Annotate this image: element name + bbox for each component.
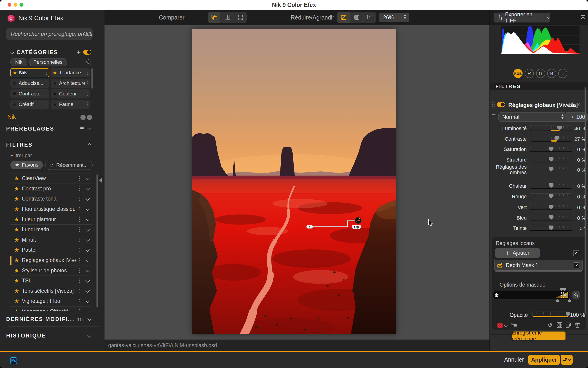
star-icon[interactable]: ★ xyxy=(14,288,22,294)
filter-row[interactable]: ★Lueur glamour⋮ xyxy=(10,214,91,225)
categories-collapse-icon[interactable] xyxy=(10,50,14,54)
star-icon[interactable]: ★ xyxy=(12,91,19,97)
filter-expand-icon[interactable] xyxy=(84,207,91,211)
slider-thumb[interactable] xyxy=(549,183,554,188)
filter-menu-icon[interactable]: ⋮ xyxy=(76,288,84,294)
star-icon[interactable]: ★ xyxy=(13,70,19,76)
compare-single-button[interactable] xyxy=(208,12,221,23)
filter-expand-icon[interactable] xyxy=(84,228,91,232)
local-adjustments-checkbox[interactable]: ✓ xyxy=(573,250,579,256)
slider-thumb[interactable] xyxy=(549,205,554,209)
slider-thumb[interactable] xyxy=(549,194,554,198)
filter-menu-icon[interactable]: ⋮ xyxy=(76,247,84,253)
cancel-button[interactable]: Annuler xyxy=(504,356,524,363)
export-button[interactable]: Exporter en TIFF xyxy=(494,13,550,22)
depth-far-handle[interactable] xyxy=(563,288,566,291)
filter-expand-icon[interactable] xyxy=(84,310,91,311)
depth-mask-checkbox[interactable]: ✓ xyxy=(574,262,580,268)
channel-r-button[interactable]: R xyxy=(525,69,534,78)
category-menu-icon[interactable]: ⋮ xyxy=(44,70,47,76)
slider-thumb[interactable] xyxy=(549,167,554,172)
filter-menu-icon[interactable]: ⋮ xyxy=(76,196,84,202)
mask-reset-icon[interactable]: ↺ xyxy=(547,322,553,329)
last-edits-collapse-icon[interactable] xyxy=(87,317,91,321)
tab-personnelles[interactable]: Personnelles xyxy=(29,58,67,66)
star-icon[interactable]: ★ xyxy=(14,308,22,311)
category-chip[interactable]: ★Couleur⋮ xyxy=(51,89,90,98)
slider-track[interactable] xyxy=(530,136,572,142)
history-collapse-icon[interactable] xyxy=(87,333,91,337)
delete-mask-icon[interactable] xyxy=(574,322,580,328)
filter-row[interactable]: ★Vignetage : Flou⋮ xyxy=(10,296,91,306)
slider-track[interactable] xyxy=(530,125,572,131)
channel-l-button[interactable]: L xyxy=(558,69,567,78)
star-icon[interactable]: ★ xyxy=(14,226,22,233)
channel-b-button[interactable]: B xyxy=(547,69,556,78)
slider-track[interactable] xyxy=(530,146,572,152)
zoom-fit-button[interactable] xyxy=(337,12,350,23)
favorite-star-icon[interactable] xyxy=(86,59,92,65)
duplicate-mask-icon[interactable] xyxy=(565,322,571,328)
zoom-stepper-icon[interactable] xyxy=(404,14,406,19)
filter-row[interactable]: ★TSL⋮ xyxy=(10,276,91,286)
filter-expand-icon[interactable] xyxy=(84,238,91,242)
filter-row[interactable]: ★Minuit⋮ xyxy=(10,235,91,245)
favorites-filter-chip[interactable]: ★Favoris xyxy=(10,161,43,169)
collapse-panel-icon[interactable] xyxy=(580,14,586,20)
save-preset-button[interactable]: Enregistrer le préréglage xyxy=(512,331,566,340)
filter-menu-icon[interactable]: ⋮ xyxy=(76,206,84,212)
right-panel-scrollbar[interactable] xyxy=(585,87,586,314)
filter-menu-icon[interactable]: ⋮ xyxy=(76,278,84,284)
apply-button[interactable]: Appliquer xyxy=(528,355,560,365)
add-local-adjustment-button[interactable]: + Ajouter xyxy=(495,248,540,258)
filter-row[interactable]: ★Contraste tonal⋮ xyxy=(10,194,91,204)
filter-expand-icon[interactable] xyxy=(84,217,91,221)
mask-list-icon[interactable] xyxy=(511,322,518,328)
filter-menu-icon[interactable]: ⋮ xyxy=(76,216,84,222)
recent-filter-chip[interactable]: ↺Récemment... xyxy=(45,161,93,170)
category-next-button[interactable]: → xyxy=(87,115,92,120)
star-icon[interactable]: ★ xyxy=(53,101,59,107)
filter-row[interactable]: ★Réglages globaux [Viveza]⋮ xyxy=(10,255,91,266)
slider-track[interactable] xyxy=(530,225,572,231)
category-menu-icon[interactable]: ⋮ xyxy=(85,80,88,86)
star-icon[interactable]: ★ xyxy=(53,91,59,97)
category-menu-icon[interactable]: ⋮ xyxy=(44,80,48,86)
categories-toggle[interactable] xyxy=(83,50,91,55)
filter-expand-icon[interactable] xyxy=(84,299,91,303)
blend-opacity-chip[interactable]: ◐ 100 xyxy=(565,112,588,122)
category-menu-icon[interactable]: ⋮ xyxy=(85,101,88,107)
presets-collapse-icon[interactable] xyxy=(87,126,91,130)
filter-row[interactable]: ★ClearView⋮ xyxy=(10,174,91,184)
filter-row[interactable]: ★Styliseur de photos⋮ xyxy=(10,266,91,276)
filter-menu-icon[interactable]: ⋮ xyxy=(76,175,84,182)
mask-opacity-slider[interactable] xyxy=(532,312,568,317)
star-icon[interactable]: ★ xyxy=(14,185,22,192)
search-input[interactable]: Rechercher un préréglage, un filtre... xyxy=(6,28,93,40)
image-stage[interactable]: Op xyxy=(105,25,490,340)
categories-scrollbar[interactable] xyxy=(91,68,93,89)
category-menu-icon[interactable]: ⋮ xyxy=(85,70,88,76)
compare-split-horizontal-button[interactable] xyxy=(234,12,247,23)
channel-g-button[interactable]: G xyxy=(536,69,545,78)
category-chip[interactable]: ★Nik⋮ xyxy=(10,68,49,77)
filter-expand-icon[interactable] xyxy=(84,176,91,181)
filter-expand-icon[interactable] xyxy=(84,279,91,283)
filter-row[interactable]: ★Lundi matin⋮ xyxy=(10,225,91,235)
zoom-level-select[interactable]: 26% xyxy=(379,13,409,22)
category-chip[interactable]: ★Adouciss...⋮ xyxy=(10,79,49,88)
filter-expand-icon[interactable] xyxy=(84,289,91,293)
reset-filter-icon[interactable]: ↺ xyxy=(569,101,574,109)
sidebar-collapse-arrow[interactable] xyxy=(99,178,102,183)
filter-menu-icon[interactable]: ⋮ xyxy=(76,186,84,192)
slider-thumb[interactable] xyxy=(549,226,554,230)
slider-track[interactable] xyxy=(530,215,572,221)
filter-row[interactable]: ★Contrast pro⋮ xyxy=(10,184,91,194)
star-icon[interactable]: ★ xyxy=(14,257,22,264)
filter-menu-icon[interactable]: ⋮ xyxy=(76,237,84,243)
star-icon[interactable]: ★ xyxy=(14,237,22,243)
category-chip[interactable]: ★Contraste⋮ xyxy=(10,89,49,98)
depth-link-button[interactable] xyxy=(572,291,580,299)
category-menu-icon[interactable]: ⋮ xyxy=(44,91,48,97)
filter-expand-icon[interactable] xyxy=(84,248,91,252)
